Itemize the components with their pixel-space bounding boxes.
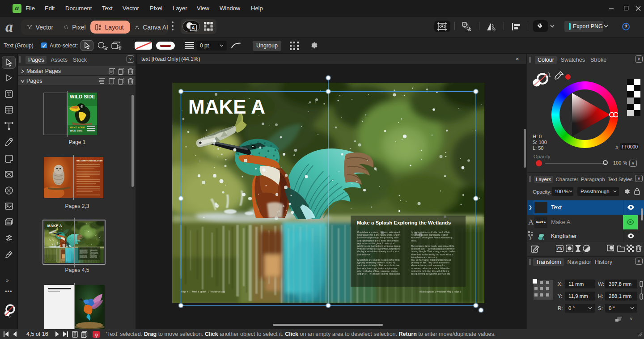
svg-text:MAKE YOUR: MAKE YOUR — [70, 126, 85, 129]
svg-text:WILD SIDE: WILD SIDE — [70, 129, 83, 132]
svg-text:A: A — [191, 25, 195, 30]
svg-text:WELCOME TO THE WILD SIDE: WELCOME TO THE WILD SIDE — [76, 160, 103, 162]
svg-text:a: a — [5, 21, 13, 34]
svg-text:WILD SIDE: WILD SIDE — [70, 94, 95, 99]
